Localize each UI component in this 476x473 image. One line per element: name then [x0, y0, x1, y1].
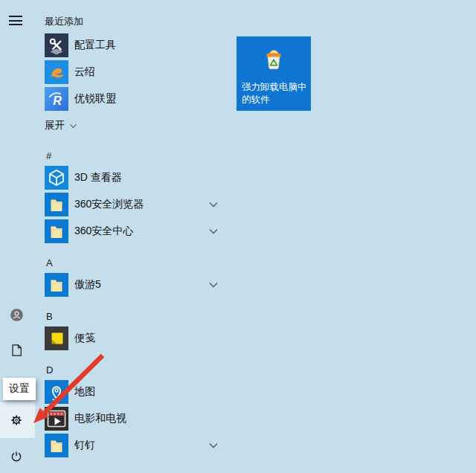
yourui-icon: R	[45, 87, 68, 111]
app-label: 3D 查看器	[74, 171, 122, 184]
app-label: 地图	[74, 385, 95, 399]
settings-button[interactable]	[3, 407, 30, 434]
app-label: 配置工具	[74, 39, 116, 52]
section-header[interactable]: A	[46, 254, 68, 271]
expand-chevron-icon[interactable]	[208, 280, 219, 290]
document-icon	[9, 343, 24, 358]
expand-chevron-icon[interactable]	[208, 199, 219, 210]
folder-icon	[45, 273, 68, 297]
tile-label: 强力卸载电脑中的软件	[242, 81, 308, 108]
app-row[interactable]: 360安全中心	[45, 219, 226, 243]
gear-icon	[9, 413, 24, 428]
tile-uninstall[interactable]: 强力卸载电脑中的软件	[237, 36, 311, 111]
folder-icon	[45, 219, 68, 243]
user-avatar-icon	[10, 308, 24, 322]
app-label: 优锐联盟	[74, 92, 116, 106]
app-label: 便笺	[74, 332, 95, 345]
app-row[interactable]: 便笺	[45, 326, 226, 350]
expand-label: 展开	[45, 119, 65, 132]
app-row[interactable]: 电影和电视	[45, 407, 226, 431]
expand-chevron-icon[interactable]	[208, 440, 219, 451]
documents-button[interactable]	[3, 337, 30, 364]
user-button[interactable]	[3, 301, 30, 328]
uninstall-icon	[259, 46, 289, 76]
app-label: 电影和电视	[74, 412, 126, 425]
section-header[interactable]: #	[46, 147, 68, 164]
power-icon	[9, 449, 24, 464]
folder-icon	[45, 434, 68, 457]
expand-button[interactable]: 展开	[45, 119, 78, 132]
app-label: 傲游5	[74, 278, 101, 292]
recent-header: 最近添加	[45, 15, 83, 28]
settings-tooltip: 设置	[3, 378, 36, 400]
hamburger-button[interactable]	[9, 16, 22, 25]
app-row[interactable]: 3D 查看器	[45, 166, 226, 190]
section-header[interactable]: D	[46, 361, 68, 378]
cube-icon	[45, 166, 68, 190]
app-row[interactable]: R优锐联盟	[45, 87, 226, 111]
app-row[interactable]: 傲游5	[45, 273, 226, 297]
svg-text:R: R	[53, 94, 62, 107]
sticky-note-icon	[45, 326, 68, 350]
app-row[interactable]: 地图	[45, 380, 226, 404]
start-menu: 设置 最近添加 配置工具 云绍 R优锐联盟 展开 # 3D 查看器 360安全浏…	[0, 0, 476, 473]
folder-icon	[45, 193, 68, 216]
menu-icon	[9, 16, 22, 17]
expand-chevron-icon[interactable]	[208, 226, 219, 236]
chevron-down-icon	[68, 121, 78, 130]
fox-icon	[45, 60, 68, 84]
app-label: 钉钉	[74, 439, 95, 452]
app-label: 云绍	[74, 65, 95, 79]
app-label: 360安全浏览器	[74, 198, 144, 211]
app-row[interactable]: 云绍	[45, 60, 226, 84]
app-label: 360安全中心	[74, 225, 133, 238]
config-tool-icon	[45, 33, 68, 57]
app-row[interactable]: 配置工具	[45, 33, 226, 57]
section-header[interactable]: F	[46, 469, 68, 473]
app-row[interactable]: 360安全浏览器	[45, 193, 226, 216]
power-button[interactable]	[3, 443, 30, 470]
app-row[interactable]: 钉钉	[45, 434, 226, 457]
section-header[interactable]: B	[46, 308, 68, 324]
map-pin-icon	[45, 380, 68, 404]
movies-tv-icon	[45, 407, 68, 431]
